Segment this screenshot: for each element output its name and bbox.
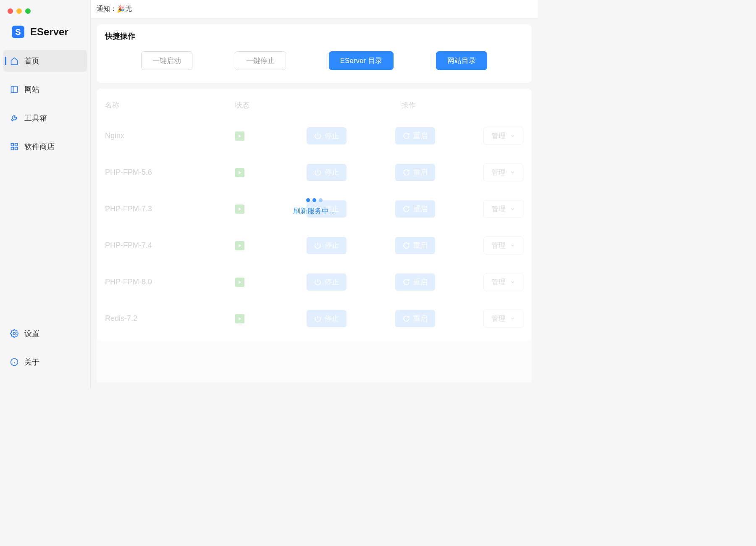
running-status-icon [235,131,244,141]
svg-rect-2 [11,144,14,146]
header-status: 状态 [235,100,294,110]
stop-button[interactable]: 停止 [307,200,346,218]
running-status-icon [235,278,244,287]
eserver-dir-button[interactable]: EServer 目录 [329,51,394,70]
restart-icon [403,278,410,286]
minimize-window-button[interactable] [16,8,22,14]
sidebar: S EServer 首页 网站 工具箱 [0,0,91,388]
sidebar-item-sites[interactable]: 网站 [3,79,87,100]
sites-icon [10,85,18,94]
restart-button[interactable]: 重启 [395,237,435,254]
svg-point-6 [13,333,16,335]
restart-icon [403,205,410,213]
sidebar-item-toolbox[interactable]: 工具箱 [3,107,87,129]
table-row: PHP-FPM-5.6 停止 重启 管理 [105,154,523,191]
manage-dropdown[interactable]: 管理 [483,236,523,255]
manage-dropdown[interactable]: 管理 [483,163,523,181]
store-icon [10,142,18,151]
restart-button[interactable]: 重启 [395,164,435,181]
running-status-icon [235,205,244,214]
sidebar-item-label: 软件商店 [24,142,55,152]
service-name: PHP-FPM-7.4 [105,241,235,250]
close-window-button[interactable] [8,8,13,14]
settings-icon [10,329,18,338]
status-cell [235,168,294,177]
svg-rect-4 [11,147,14,150]
topbar: 通知： 🎉 无 [91,0,538,18]
sidebar-item-label: 工具箱 [24,113,47,123]
chevron-down-icon [510,243,515,248]
restart-icon [403,132,410,139]
manage-dropdown[interactable]: 管理 [483,200,523,218]
status-cell [235,278,294,287]
header-actions: 操作 [294,100,523,110]
stop-button[interactable]: 停止 [307,273,346,291]
stop-button[interactable]: 停止 [307,310,346,327]
sidebar-item-store[interactable]: 软件商店 [3,136,87,158]
stop-all-button[interactable]: 一键停止 [235,51,286,70]
app-logo: S EServer [0,14,90,50]
power-icon [314,169,321,176]
maximize-window-button[interactable] [25,8,31,14]
manage-dropdown[interactable]: 管理 [483,273,523,291]
header-name: 名称 [105,100,235,110]
chevron-down-icon [510,316,515,321]
power-icon [314,278,321,286]
running-status-icon [235,241,244,250]
stop-button[interactable]: 停止 [307,164,346,181]
service-name: Nginx [105,131,235,140]
service-name: PHP-FPM-8.0 [105,278,235,286]
window-controls [0,4,90,14]
power-icon [314,315,321,322]
sidebar-item-label: 设置 [24,328,39,339]
stop-button[interactable]: 停止 [307,127,346,144]
start-all-button[interactable]: 一键启动 [141,51,192,70]
restart-button[interactable]: 重启 [395,200,435,218]
restart-button[interactable]: 重启 [395,273,435,291]
chevron-down-icon [510,170,515,175]
status-cell [235,131,294,141]
manage-dropdown[interactable]: 管理 [483,127,523,145]
table-row: PHP-FPM-7.3 停止 重启 管理 [105,191,523,227]
sidebar-item-label: 首页 [24,56,39,66]
svg-rect-0 [11,87,18,93]
table-row: PHP-FPM-8.0 停止 重启 管理 [105,264,523,300]
table-row: Nginx 停止 重启 管理 [105,118,523,154]
services-table: 名称 状态 操作 Nginx 停止 重启 管理 [97,89,532,341]
table-header: 名称 状态 操作 [105,93,523,118]
status-cell [235,314,294,323]
quick-actions-card: 快捷操作 一键启动 一键停止 EServer 目录 网站目录 [97,24,532,83]
main-content: 通知： 🎉 无 快捷操作 一键启动 一键停止 EServer 目录 网站目录 名… [91,0,538,388]
site-dir-button[interactable]: 网站目录 [436,51,487,70]
chevron-down-icon [510,133,515,139]
service-name: Redis-7.2 [105,314,235,323]
chevron-down-icon [510,206,515,212]
sidebar-item-settings[interactable]: 设置 [3,323,87,344]
power-icon [314,205,321,213]
service-name: PHP-FPM-5.6 [105,168,235,177]
running-status-icon [235,314,244,323]
home-icon [10,57,18,65]
table-row: Redis-7.2 停止 重启 管理 [105,300,523,337]
restart-icon [403,242,410,249]
sidebar-item-about[interactable]: 关于 [3,351,87,373]
notice-label: 通知： [97,5,117,13]
notice-text: 无 [125,5,132,13]
service-name: PHP-FPM-7.3 [105,205,235,213]
quick-actions-title: 快捷操作 [105,31,523,41]
party-icon: 🎉 [117,5,125,13]
restart-icon [403,169,410,176]
app-title: EServer [30,26,68,38]
sidebar-item-label: 关于 [24,357,39,367]
restart-icon [403,315,410,322]
restart-button[interactable]: 重启 [395,127,435,144]
sidebar-item-label: 网站 [24,84,39,94]
running-status-icon [235,168,244,177]
sidebar-item-home[interactable]: 首页 [3,50,87,72]
restart-button[interactable]: 重启 [395,310,435,327]
manage-dropdown[interactable]: 管理 [483,310,523,328]
stop-button[interactable]: 停止 [307,237,346,254]
chevron-down-icon [510,279,515,285]
svg-rect-5 [15,147,18,150]
svg-rect-3 [15,144,18,146]
